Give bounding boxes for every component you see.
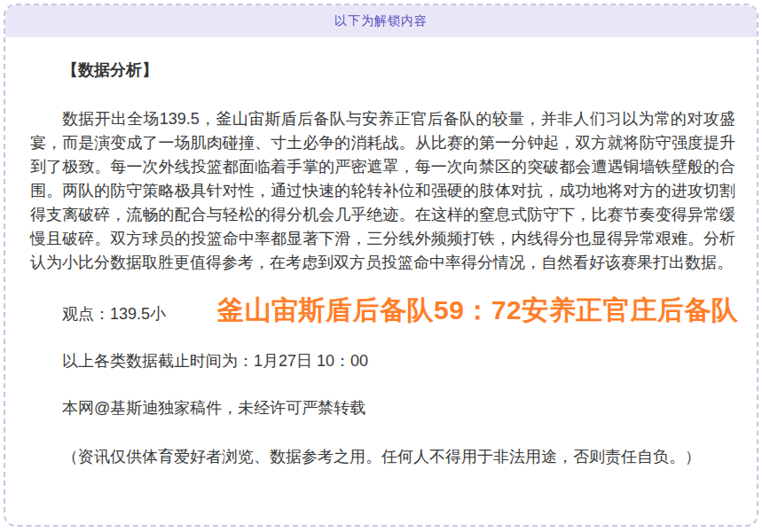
article-content: 【数据分析】 数据开出全场139.5，釜山宙斯盾后备队与安养正官后备队的较量，并… — [5, 59, 757, 469]
deadline-note: 以上各类数据截止时间为：1月27日 10：00 — [30, 349, 735, 373]
viewpoint-row: 观点：139.5小釜山宙斯盾后备队59：72安养正官庄后备队 — [30, 298, 735, 326]
unlocked-content-card: 以下为解锁内容 【数据分析】 数据开出全场139.5，釜山宙斯盾后备队与安养正官… — [4, 4, 758, 527]
unlocked-content-banner: 以下为解锁内容 — [5, 5, 757, 37]
viewpoint-label: 观点：139.5小 — [62, 305, 166, 323]
copyright-note: 本网@基斯迪独家稿件，未经许可严禁转载 — [30, 396, 735, 420]
disclaimer-note: （资讯仅供体育爱好者浏览、数据参考之用。任何人不得用于非法用途，否则责任自负。） — [30, 445, 735, 469]
banner-label: 以下为解锁内容 — [334, 13, 428, 29]
analysis-paragraph: 数据开出全场139.5，釜山宙斯盾后备队与安养正官后备队的较量，并非人们习以为常… — [30, 107, 735, 275]
score-highlight: 釜山宙斯盾后备队59：72安养正官庄后备队 — [217, 295, 738, 325]
section-title: 【数据分析】 — [30, 59, 735, 82]
